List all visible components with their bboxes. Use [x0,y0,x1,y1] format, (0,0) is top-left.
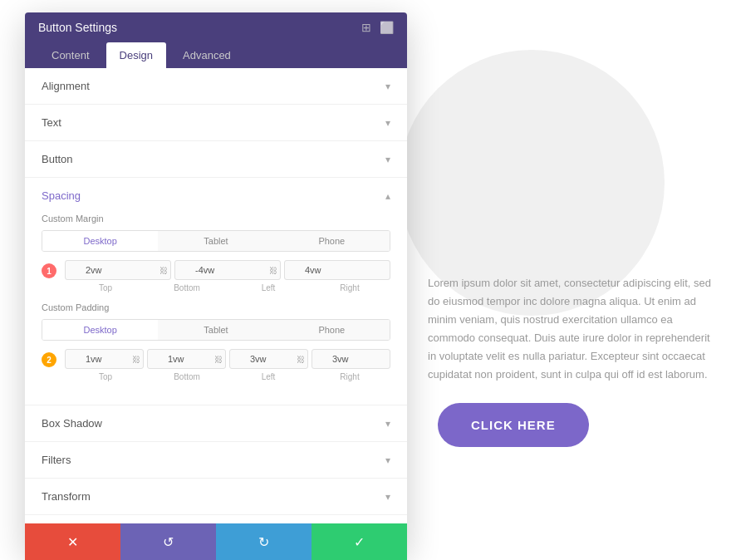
panel-body: Alignment ▾ Text ▾ Button ▾ Spacing ▴ Cu… [25,68,407,527]
button-chevron: ▾ [385,154,390,165]
section-alignment[interactable]: Alignment ▾ [25,68,407,105]
margin-inputs-row: 1 ⛓ ⛓ [42,260,390,302]
margin-device-tabs: Desktop Tablet Phone [42,230,390,252]
text-label: Text [42,116,61,129]
margin-desktop-tab[interactable]: Desktop [42,231,158,251]
padding-top-group: ⛓ [65,349,144,369]
section-text[interactable]: Text ▾ [25,105,407,141]
action-bar: ✕ ↺ ↻ ✓ [25,523,407,560]
padding-device-tabs: Desktop Tablet Phone [42,319,390,341]
spacing-chevron: ▴ [385,190,390,202]
spacing-label: Spacing [42,189,81,202]
padding-top-link-icon[interactable]: ⛓ [132,355,140,364]
undo-button[interactable]: ↺ [120,523,216,560]
section-spacing: Spacing ▴ Custom Margin Desktop Tablet P… [25,178,407,405]
button-settings-panel: Button Settings ⊞ ⬜ Content Design Advan… [25,12,407,553]
margin-badge-col: 1 [42,260,61,278]
cancel-button[interactable]: ✕ [25,523,120,560]
panel-title: Button Settings [38,21,117,34]
section-filters[interactable]: Filters ▾ [25,442,407,479]
panel-header-icons: ⊞ ⬜ [361,21,394,34]
margin-badge: 1 [42,263,56,278]
confirm-button[interactable]: ✓ [312,523,407,560]
margin-right-label: Right [309,283,390,292]
margin-labels-row: Top Bottom Left Right [65,283,390,292]
panel-tabs: Content Design Advanced [25,42,407,68]
margin-bottom-link-icon[interactable]: ⛓ [269,266,277,275]
margin-top-label: Top [65,283,146,292]
padding-left-link-icon[interactable]: ⛓ [297,355,305,364]
custom-margin-title: Custom Margin [42,214,390,224]
margin-tablet-tab[interactable]: Tablet [158,231,273,251]
margin-phone-tab[interactable]: Phone [274,231,390,251]
filters-chevron: ▾ [385,454,390,466]
bg-paragraph: Lorem ipsum dolor sit amet, consectetur … [428,274,714,385]
tab-content[interactable]: Content [38,42,103,68]
padding-values-row: ⛓ ⛓ ⛓ [65,349,390,369]
padding-top-label: Top [65,372,146,381]
padding-bottom-link-icon[interactable]: ⛓ [214,355,223,364]
padding-badge-col: 2 [42,349,61,367]
alignment-chevron: ▾ [385,81,390,92]
padding-inputs-container: ⛓ ⛓ ⛓ [65,349,390,391]
box-shadow-label: Box Shadow [42,417,102,430]
padding-labels-row: Top Bottom Left Right [65,372,390,381]
padding-right-input[interactable] [312,349,390,369]
spacing-header[interactable]: Spacing ▴ [25,178,407,214]
margin-top-group: ⛓ [65,260,171,280]
margin-left-label: Left [228,283,309,292]
padding-right-group [312,349,390,369]
margin-link-icon[interactable]: ⛓ [159,266,168,275]
margin-right-group [284,260,390,280]
redo-button[interactable]: ↻ [216,523,312,560]
text-chevron: ▾ [385,117,390,129]
transform-label: Transform [42,490,91,503]
box-shadow-chevron: ▾ [385,418,390,430]
margin-bottom-label: Bottom [146,283,228,292]
tab-advanced[interactable]: Advanced [169,42,244,68]
margin-bottom-input[interactable] [174,260,281,280]
margin-right-input[interactable] [284,260,390,280]
padding-bottom-label: Bottom [146,372,228,381]
spacing-content: Custom Margin Desktop Tablet Phone 1 [25,214,407,405]
padding-bottom-group: ⛓ [147,349,226,369]
section-box-shadow[interactable]: Box Shadow ▾ [25,405,407,442]
alignment-label: Alignment [42,80,90,92]
padding-desktop-tab[interactable]: Desktop [42,320,158,340]
padding-phone-tab[interactable]: Phone [274,320,390,340]
padding-left-group: ⛓ [229,349,308,369]
button-label: Button [42,153,73,165]
filters-label: Filters [42,454,71,466]
padding-tablet-tab[interactable]: Tablet [158,320,273,340]
margin-top-input[interactable] [65,260,171,280]
tab-design[interactable]: Design [106,42,166,68]
padding-left-label: Left [228,372,309,381]
panel-header: Button Settings ⊞ ⬜ [25,12,407,42]
margin-values-row: ⛓ ⛓ [65,260,390,280]
margin-bottom-group: ⛓ [174,260,281,280]
section-button[interactable]: Button ▾ [25,141,407,178]
padding-badge: 2 [42,352,56,367]
section-transform[interactable]: Transform ▾ [25,479,407,515]
margin-inputs-container: ⛓ ⛓ Top Bottom [65,260,390,302]
padding-right-label: Right [309,372,390,381]
custom-padding-title: Custom Padding [42,302,390,312]
transform-chevron: ▾ [385,491,390,503]
minimize-icon[interactable]: ⊞ [361,21,371,34]
padding-inputs-row: 2 ⛓ ⛓ [42,349,390,391]
expand-icon[interactable]: ⬜ [380,21,394,34]
click-here-button[interactable]: CLICK HERE [438,403,589,447]
